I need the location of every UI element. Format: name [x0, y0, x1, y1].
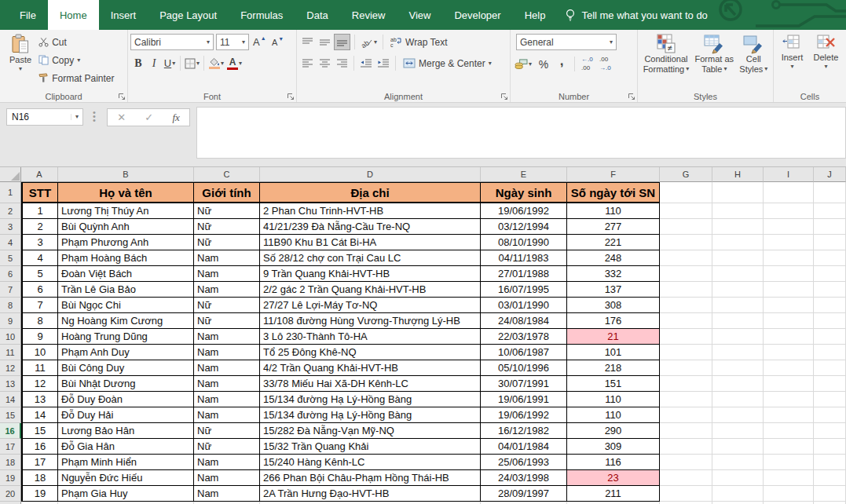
tab-data[interactable]: Data: [295, 0, 339, 30]
cell-empty[interactable]: [764, 455, 814, 470]
row-header-8[interactable]: 8: [0, 298, 21, 313]
cell[interactable]: Phạm Hoàng Bách: [58, 250, 194, 266]
cell[interactable]: Nam: [194, 455, 260, 470]
tab-review[interactable]: Review: [340, 0, 397, 30]
row-header-12[interactable]: 12: [0, 360, 21, 376]
fill-color-button[interactable]: ▾: [207, 55, 225, 71]
cell[interactable]: 12: [21, 376, 58, 392]
cell[interactable]: Nữ: [194, 203, 260, 219]
font-family-combo[interactable]: Calibri▾: [130, 34, 214, 50]
cell[interactable]: 221: [567, 235, 660, 250]
cell[interactable]: 211: [567, 486, 660, 502]
cell[interactable]: Nữ: [194, 235, 260, 250]
tab-developer[interactable]: Developer: [442, 0, 512, 30]
cell[interactable]: 290: [567, 423, 660, 439]
insert-cells-button[interactable]: Insert ▾: [779, 32, 806, 71]
cell[interactable]: 27/27 Lê Lợi-Máy Tơ-NQ: [260, 298, 481, 313]
cell-empty[interactable]: [814, 250, 846, 266]
cell-empty[interactable]: [712, 203, 764, 219]
merge-center-dropdown-arrow[interactable]: ▾: [489, 60, 492, 67]
cell-empty[interactable]: [764, 439, 814, 455]
tab-view[interactable]: View: [397, 0, 442, 30]
row-header-18[interactable]: 18: [0, 455, 21, 470]
cell-empty[interactable]: [660, 392, 712, 407]
cell-empty[interactable]: [764, 360, 814, 376]
row-header-13[interactable]: 13: [0, 376, 21, 392]
table-header-cell[interactable]: Ngày sinh: [481, 182, 567, 203]
cell[interactable]: 16/12/1982: [481, 423, 567, 439]
cell[interactable]: Phạm Minh Hiển: [58, 455, 194, 470]
cell-empty[interactable]: [660, 439, 712, 455]
column-header-B[interactable]: B: [58, 167, 194, 182]
cell[interactable]: 3: [21, 235, 58, 250]
cell[interactable]: 08/10/1990: [481, 235, 567, 250]
cell[interactable]: 19: [21, 486, 58, 502]
tell-me-box[interactable]: Tell me what you want to do: [557, 0, 715, 30]
cell[interactable]: 176: [567, 313, 660, 329]
row-header-20[interactable]: 20: [0, 486, 21, 502]
align-center-button[interactable]: [317, 55, 332, 71]
cell-empty[interactable]: [660, 455, 712, 470]
column-header-F[interactable]: F: [567, 167, 660, 182]
row-header-3[interactable]: 3: [0, 219, 21, 235]
decrease-indent-button[interactable]: [358, 55, 374, 71]
cell[interactable]: 24/03/1998: [481, 470, 567, 486]
cell[interactable]: Nam: [194, 266, 260, 282]
cell[interactable]: 2/2 gác 2 Trần Quang Khải-HVT-HB: [260, 282, 481, 298]
font-color-dropdown-arrow[interactable]: ▾: [239, 60, 242, 67]
cell[interactable]: 19/06/1992: [481, 203, 567, 219]
cell[interactable]: 3 Lô 230-Thành Tô-HA: [260, 329, 481, 345]
cell[interactable]: 33/78 Miếu Hai Xã-DH Kênh-LC: [260, 376, 481, 392]
cell-empty[interactable]: [764, 329, 814, 345]
cell[interactable]: 332: [567, 266, 660, 282]
tab-home[interactable]: Home: [48, 0, 99, 30]
row-header-14[interactable]: 14: [0, 392, 21, 407]
name-box[interactable]: N16 ▾: [6, 108, 83, 126]
cell[interactable]: 4/2 Trần Quang Khải-HVT-HB: [260, 360, 481, 376]
column-header-E[interactable]: E: [481, 167, 567, 182]
accounting-format-button[interactable]: ▾: [513, 56, 533, 72]
insert-function-button[interactable]: fx: [172, 111, 179, 124]
column-header-D[interactable]: D: [260, 167, 481, 182]
cell-empty[interactable]: [660, 298, 712, 313]
format-painter-button[interactable]: Format Painter: [38, 70, 114, 86]
cell[interactable]: 03/12/1994: [481, 219, 567, 235]
cell[interactable]: 21: [567, 329, 660, 345]
font-dialog-launcher[interactable]: [287, 93, 295, 100]
cell-empty[interactable]: [660, 282, 712, 298]
name-box-dropdown-arrow[interactable]: ▾: [71, 114, 82, 120]
enter-button[interactable]: ✓: [145, 111, 153, 123]
cell[interactable]: Trần Lê Gia Bảo: [58, 282, 194, 298]
borders-dropdown-arrow[interactable]: ▾: [196, 60, 200, 67]
cell[interactable]: Đoàn Việt Bách: [58, 266, 194, 282]
bold-button[interactable]: B: [130, 55, 146, 71]
row-header-7[interactable]: 7: [0, 282, 21, 298]
cell[interactable]: Đỗ Duy Đoàn: [58, 392, 194, 407]
cell-empty[interactable]: [712, 298, 764, 313]
cell-empty[interactable]: [712, 486, 764, 502]
cell-empty[interactable]: [814, 282, 846, 298]
cell-empty[interactable]: [660, 360, 712, 376]
cell-empty[interactable]: [712, 282, 764, 298]
cell[interactable]: 5: [21, 266, 58, 282]
cell-empty[interactable]: [764, 235, 814, 250]
cell-empty[interactable]: [764, 219, 814, 235]
cell-empty[interactable]: [660, 329, 712, 345]
cell-empty[interactable]: [764, 313, 814, 329]
cell[interactable]: 04/11/1983: [481, 250, 567, 266]
formula-bar-resizer[interactable]: •••: [93, 111, 96, 122]
formula-input[interactable]: [196, 107, 846, 159]
cell-empty[interactable]: [660, 219, 712, 235]
number-dialog-launcher[interactable]: [628, 93, 635, 100]
row-header-10[interactable]: 10: [0, 329, 21, 345]
cell[interactable]: 19/06/1992: [481, 407, 567, 423]
cell[interactable]: 110: [567, 203, 660, 219]
row-header-1[interactable]: 1: [0, 182, 21, 203]
cell[interactable]: Nam: [194, 329, 260, 345]
cell[interactable]: 13: [21, 392, 58, 407]
cell[interactable]: 309: [567, 439, 660, 455]
cell-empty[interactable]: [660, 203, 712, 219]
cell[interactable]: 9: [21, 329, 58, 345]
cell-empty[interactable]: [814, 203, 846, 219]
cell[interactable]: 15: [21, 423, 58, 439]
